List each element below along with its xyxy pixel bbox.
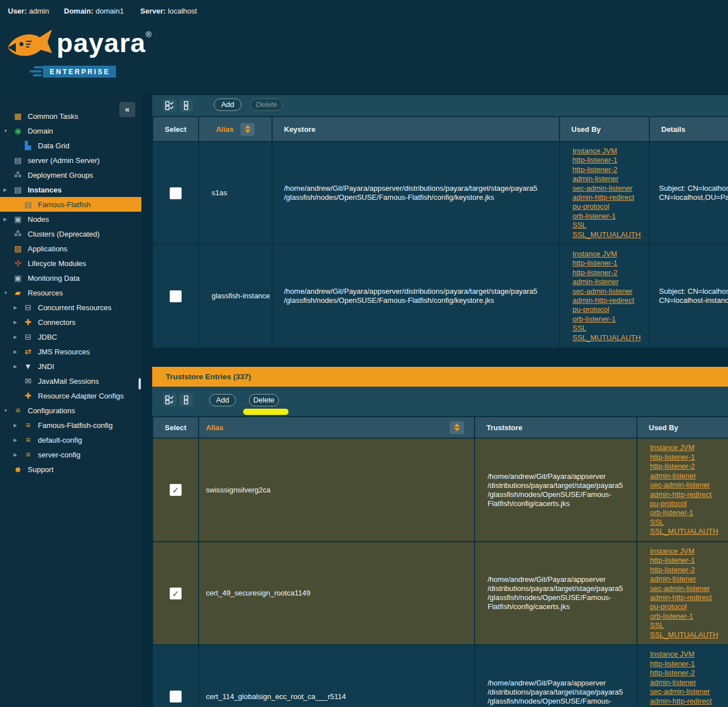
config-sliders-icon: ≡ xyxy=(23,421,33,429)
sidebar-item-monitoring-data[interactable]: ▣Monitoring Data xyxy=(0,271,141,285)
expander-down-icon[interactable]: ▼ xyxy=(3,408,12,413)
sidebar-item-instances[interactable]: ▶▤Instances xyxy=(0,182,141,197)
used-by-link-http-listener-2[interactable]: http-listener-2 xyxy=(650,565,728,575)
used-by-link-admin-http-redirect[interactable]: admin-http-redirect xyxy=(650,697,728,706)
sidebar-item-support[interactable]: ☻Support xyxy=(0,462,141,477)
used-by-link-pu-protocol[interactable]: pu-protocol xyxy=(650,499,728,508)
used-by-link-ssl[interactable]: SSL xyxy=(650,518,728,527)
used-by-link-admin-http-redirect[interactable]: admin-http-redirect xyxy=(650,490,728,499)
select-all-button[interactable] xyxy=(163,99,176,112)
used-by-link-sec-admin-listener[interactable]: sec-admin-listener xyxy=(572,287,649,296)
sidebar-item-domain[interactable]: ▼◉Domain xyxy=(0,123,141,138)
expander-right-icon[interactable]: ▶ xyxy=(14,335,23,340)
expander-right-icon[interactable]: ▶ xyxy=(14,364,23,369)
sidebar-item-server-config[interactable]: ▶≡server-config xyxy=(0,447,141,462)
used-by-link-orb-listener-1[interactable]: orb-listener-1 xyxy=(650,508,728,517)
expander-down-icon[interactable]: ▼ xyxy=(3,290,12,295)
used-by-link-http-listener-2[interactable]: http-listener-2 xyxy=(572,165,649,174)
expander-right-icon[interactable]: ▶ xyxy=(14,423,23,428)
sidebar-item-nodes[interactable]: ▶▣Nodes xyxy=(0,212,141,226)
sidebar-item-configurations[interactable]: ▼≡Configurations xyxy=(0,403,141,418)
sidebar-item-concurrent-resources[interactable]: ▶⊟Concurrent Resources xyxy=(0,300,141,315)
expander-right-icon[interactable]: ▶ xyxy=(14,438,23,443)
used-by-link-admin-listener[interactable]: admin-listener xyxy=(572,277,649,286)
used-by-link-http-listener-1[interactable]: http-listener-1 xyxy=(650,659,728,669)
used-by-link-instance-jvm[interactable]: Instance JVM xyxy=(650,650,728,659)
sort-button[interactable] xyxy=(240,123,255,136)
used-by-link-pu-protocol[interactable]: pu-protocol xyxy=(650,602,728,611)
sidebar-item-default-config[interactable]: ▶≡default-config xyxy=(0,432,141,447)
used-by-link-sec-admin-listener[interactable]: sec-admin-listener xyxy=(572,184,649,193)
used-by-link-ssl-mutualauth[interactable]: SSL_MUTUALAUTH xyxy=(650,527,728,536)
sidebar-item-resource-adapter-configs[interactable]: ✚Resource Adapter Configs xyxy=(0,388,141,403)
sidebar-item-famous-flatfish-config[interactable]: ▶≡Famous-Flatfish-config xyxy=(0,418,141,432)
sidebar-item-jms-resources[interactable]: ▶⇄JMS Resources xyxy=(0,344,141,359)
checkbox-unchecked[interactable] xyxy=(170,187,182,199)
used-by-link-http-listener-1[interactable]: http-listener-1 xyxy=(572,259,649,268)
expander-right-icon[interactable]: ▶ xyxy=(14,349,23,354)
sidebar-item-applications[interactable]: ▨Applications xyxy=(0,241,141,256)
used-by-link-admin-listener[interactable]: admin-listener xyxy=(650,575,728,584)
used-by-link-ssl[interactable]: SSL xyxy=(572,324,649,333)
used-by-link-ssl-mutualauth[interactable]: SSL_MUTUALAUTH xyxy=(572,230,649,239)
sidebar-item-connectors[interactable]: ▶✚Connectors xyxy=(0,315,141,329)
used-by-link-admin-http-redirect[interactable]: admin-http-redirect xyxy=(572,296,649,305)
expander-down-icon[interactable]: ▼ xyxy=(3,128,12,134)
used-by-link-sec-admin-listener[interactable]: sec-admin-listener xyxy=(650,481,728,490)
expander-right-icon[interactable]: ▶ xyxy=(3,187,12,192)
used-by-link-http-listener-1[interactable]: http-listener-1 xyxy=(650,556,728,565)
sidebar-item-common-tasks[interactable]: ▦Common Tasks xyxy=(0,109,141,123)
used-by-link-ssl[interactable]: SSL xyxy=(650,621,728,630)
sort-button[interactable] xyxy=(450,421,464,434)
sidebar-item-data-grid[interactable]: ▙Data Grid xyxy=(0,138,141,153)
sidebar-item-javamail-sessions[interactable]: ✉JavaMail Sessions xyxy=(0,374,141,388)
deselect-all-button[interactable] xyxy=(179,393,193,406)
keystore-add-button[interactable]: Add xyxy=(214,98,242,111)
checkbox-unchecked[interactable] xyxy=(170,290,182,302)
checkbox-checked[interactable]: ✓ xyxy=(170,588,182,599)
expander-right-icon[interactable]: ▶ xyxy=(14,320,23,325)
used-by-link-instance-jvm[interactable]: Instance JVM xyxy=(572,250,649,259)
used-by-link-pu-protocol[interactable]: pu-protocol xyxy=(572,202,649,211)
sidebar-scrollbar-thumb[interactable] xyxy=(139,378,141,389)
sidebar-item-jndi[interactable]: ▶▼JNDI xyxy=(0,359,141,374)
used-by-link-instance-jvm[interactable]: Instance JVM xyxy=(572,147,649,156)
used-by-link-orb-listener-1[interactable]: orb-listener-1 xyxy=(650,612,728,621)
sidebar-item-jdbc[interactable]: ▶⊟JDBC xyxy=(0,329,141,344)
used-by-link-http-listener-2[interactable]: http-listener-2 xyxy=(650,462,728,471)
used-by-link-orb-listener-1[interactable]: orb-listener-1 xyxy=(572,212,649,221)
used-by-link-ssl[interactable]: SSL xyxy=(572,221,649,230)
sidebar-item-deployment-groups[interactable]: ⁂Deployment Groups xyxy=(0,168,141,182)
used-by-link-admin-http-redirect[interactable]: admin-http-redirect xyxy=(650,593,728,602)
sidebar-item-server-admin-server[interactable]: ▤server (Admin Server) xyxy=(0,153,141,168)
used-by-link-pu-protocol[interactable]: pu-protocol xyxy=(572,305,649,314)
used-by-link-http-listener-2[interactable]: http-listener-2 xyxy=(650,669,728,678)
used-by-link-ssl-mutualauth[interactable]: SSL_MUTUALAUTH xyxy=(650,631,728,640)
used-by-link-http-listener-2[interactable]: http-listener-2 xyxy=(572,268,649,277)
used-by-link-admin-listener[interactable]: admin-listener xyxy=(650,472,728,481)
used-by-link-admin-listener[interactable]: admin-listener xyxy=(572,174,649,183)
expander-right-icon[interactable]: ▶ xyxy=(3,217,12,222)
expander-right-icon[interactable]: ▶ xyxy=(14,452,23,457)
used-by-link-http-listener-1[interactable]: http-listener-1 xyxy=(572,156,649,165)
deselect-all-button[interactable] xyxy=(179,99,193,112)
used-by-link-admin-http-redirect[interactable]: admin-http-redirect xyxy=(572,193,649,202)
sidebar-item-resources[interactable]: ▼▰Resources xyxy=(0,285,141,300)
used-by-link-ssl-mutualauth[interactable]: SSL_MUTUALAUTH xyxy=(572,333,649,342)
expander-right-icon[interactable]: ▶ xyxy=(14,305,23,310)
used-by-link-orb-listener-1[interactable]: orb-listener-1 xyxy=(572,315,649,324)
select-all-button[interactable] xyxy=(163,393,176,406)
sidebar-item-clusters-deprecated[interactable]: ⁂Clusters (Deprecated) xyxy=(0,226,141,241)
used-by-link-sec-admin-listener[interactable]: sec-admin-listener xyxy=(650,687,728,696)
used-by-link-instance-jvm[interactable]: Instance JVM xyxy=(650,443,728,452)
truststore-delete-button[interactable]: Delete xyxy=(249,394,279,406)
used-by-link-admin-listener[interactable]: admin-listener xyxy=(650,678,728,687)
used-by-link-instance-jvm[interactable]: Instance JVM xyxy=(650,547,728,556)
checkbox-unchecked[interactable] xyxy=(170,691,182,702)
used-by-link-http-listener-1[interactable]: http-listener-1 xyxy=(650,453,728,462)
truststore-add-button[interactable]: Add xyxy=(209,394,236,406)
used-by-link-sec-admin-listener[interactable]: sec-admin-listener xyxy=(650,584,728,593)
sidebar-item-lifecycle-modules[interactable]: ✣Lifecycle Modules xyxy=(0,256,141,271)
checkbox-checked[interactable]: ✓ xyxy=(170,484,182,496)
sidebar-item-famous-flatfish[interactable]: ▤Famous-Flatfish xyxy=(0,197,141,212)
